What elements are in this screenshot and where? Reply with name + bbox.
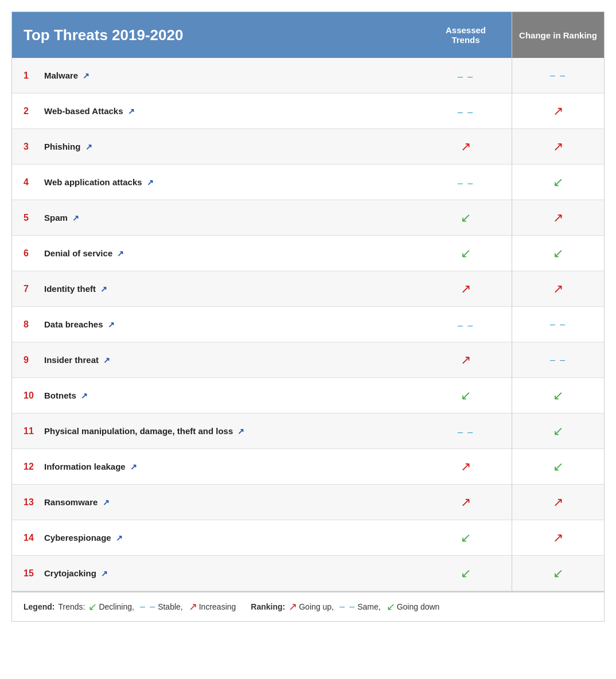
- row-name: Ransomware ↗: [44, 497, 431, 507]
- table-row: 8 Data breaches ↗ – –: [12, 307, 512, 342]
- row-trend: ↗: [431, 282, 500, 296]
- row-trend: ↙: [431, 388, 500, 403]
- trend-declining-icon: ↙: [461, 388, 471, 403]
- row-link[interactable]: ↗: [85, 142, 92, 151]
- trend-stable-icon: – –: [458, 427, 474, 437]
- row-trend: ↙: [431, 246, 500, 261]
- rank-up-icon: ↗: [553, 495, 563, 510]
- legend-stable-icon: – –: [140, 602, 156, 612]
- row-link[interactable]: ↗: [100, 284, 107, 294]
- rank-down-icon: ↙: [553, 459, 563, 474]
- legend-increasing-item: ↗ Increasing: [189, 600, 236, 613]
- row-name: Insider threat ↗: [44, 355, 431, 365]
- row-link[interactable]: ↗: [101, 569, 108, 578]
- row-name: Identity theft ↗: [44, 284, 431, 294]
- row-name: Denial of service ↗: [44, 248, 431, 258]
- row-link[interactable]: ↗: [81, 391, 88, 400]
- trend-stable-icon: – –: [458, 72, 474, 81]
- trend-declining-icon: ↙: [461, 210, 471, 225]
- rank-row: ↙: [512, 378, 604, 413]
- rank-row: ↙: [512, 413, 604, 449]
- row-name: Data breaches ↗: [44, 319, 431, 329]
- rank-up-icon: ↗: [553, 139, 563, 154]
- rank-down-icon: ↙: [553, 246, 563, 261]
- rank-row: ↙: [512, 556, 604, 591]
- legend-down-item: ↙ Going down: [387, 600, 440, 613]
- legend-same-icon: – –: [340, 602, 356, 612]
- legend-label: Legend:: [24, 602, 54, 611]
- row-name: Crytojacking ↗: [44, 568, 431, 578]
- table-row: 5 Spam ↗ ↙: [12, 200, 512, 236]
- left-rows: 1 Malware ↗ – – 2 Web-based Attacks ↗ – …: [12, 58, 512, 591]
- trend-increasing-icon: ↗: [461, 495, 471, 509]
- main-table: Top Threats 2019-2020 Assessed Trends 1 …: [12, 12, 604, 591]
- row-trend: – –: [431, 317, 500, 332]
- rank-row: ↗: [512, 93, 604, 129]
- legend-same-item: – – Same,: [340, 602, 381, 612]
- row-number: 9: [24, 355, 44, 365]
- legend-up-item: ↗ Going up,: [288, 600, 334, 613]
- row-link[interactable]: ↗: [116, 533, 123, 543]
- table-row: 1 Malware ↗ – –: [12, 58, 512, 93]
- rank-down-icon: ↙: [553, 424, 563, 439]
- table-row: 12 Information leakage ↗ ↗: [12, 449, 512, 485]
- legend-stable-item: – – Stable,: [140, 602, 183, 612]
- trend-increasing-icon: ↗: [461, 353, 471, 367]
- row-number: 2: [24, 106, 44, 116]
- trend-stable-icon: – –: [458, 107, 474, 117]
- row-trend: ↙: [431, 210, 500, 225]
- rank-row: – –: [512, 58, 604, 93]
- row-link[interactable]: ↗: [72, 213, 79, 223]
- rank-same-icon: – –: [550, 71, 566, 81]
- row-number: 7: [24, 284, 44, 294]
- row-trend: ↙: [431, 566, 500, 581]
- rank-row: ↗: [512, 129, 604, 165]
- row-trend: ↗: [431, 495, 500, 510]
- row-name: Spam ↗: [44, 213, 431, 223]
- row-trend: ↗: [431, 459, 500, 474]
- row-trend: ↙: [431, 530, 500, 545]
- rank-down-icon: ↙: [553, 175, 563, 190]
- main-container: Top Threats 2019-2020 Assessed Trends 1 …: [11, 11, 605, 622]
- row-number: 8: [24, 319, 44, 330]
- rank-up-icon: ↗: [553, 282, 563, 296]
- rank-up-icon: ↗: [553, 530, 563, 545]
- trend-increasing-icon: ↗: [461, 139, 471, 154]
- rank-up-icon: ↗: [553, 210, 563, 225]
- trend-increasing-icon: ↗: [461, 282, 471, 296]
- row-link[interactable]: ↗: [130, 462, 137, 471]
- table-row: 11 Physical manipulation, damage, theft …: [12, 413, 512, 449]
- rank-up-icon: ↗: [553, 104, 563, 119]
- row-link[interactable]: ↗: [103, 356, 110, 365]
- row-link[interactable]: ↗: [117, 249, 124, 258]
- row-link[interactable]: ↗: [103, 498, 110, 507]
- row-trend: ↗: [431, 139, 500, 154]
- trend-stable-icon: – –: [458, 178, 474, 188]
- row-number: 13: [24, 497, 44, 508]
- row-link[interactable]: ↗: [108, 320, 115, 329]
- legend-declining-item: ↙ Declining,: [88, 600, 134, 613]
- table-row: 6 Denial of service ↗ ↙: [12, 236, 512, 271]
- table-row: 15 Crytojacking ↗ ↙: [12, 556, 512, 591]
- rank-row: ↗: [512, 200, 604, 236]
- rank-row: – –: [512, 342, 604, 378]
- row-number: 15: [24, 568, 44, 579]
- table-row: 10 Botnets ↗ ↙: [12, 378, 512, 413]
- row-link[interactable]: ↗: [83, 71, 89, 80]
- table-row: 3 Phishing ↗ ↗: [12, 129, 512, 165]
- table-row: 4 Web application attacks ↗ – –: [12, 165, 512, 200]
- trend-stable-icon: – –: [458, 321, 474, 330]
- row-number: 6: [24, 248, 44, 259]
- row-link[interactable]: ↗: [147, 178, 154, 187]
- row-number: 10: [24, 391, 44, 401]
- rank-row: ↙: [512, 165, 604, 200]
- right-rows: – –↗↗↙↗↙↗– –– –↙↙↙↗↗↙: [512, 58, 604, 591]
- ranking-header: Change in Ranking: [512, 12, 604, 58]
- legend: Legend: Trends: ↙ Declining, – – Stable,…: [12, 591, 604, 621]
- row-link[interactable]: ↗: [128, 107, 135, 116]
- row-link[interactable]: ↗: [237, 427, 244, 436]
- table-row: 7 Identity theft ↗ ↗: [12, 271, 512, 307]
- legend-increasing-icon: ↗: [189, 600, 197, 613]
- rank-row: ↗: [512, 271, 604, 307]
- left-section: Top Threats 2019-2020 Assessed Trends 1 …: [12, 12, 512, 591]
